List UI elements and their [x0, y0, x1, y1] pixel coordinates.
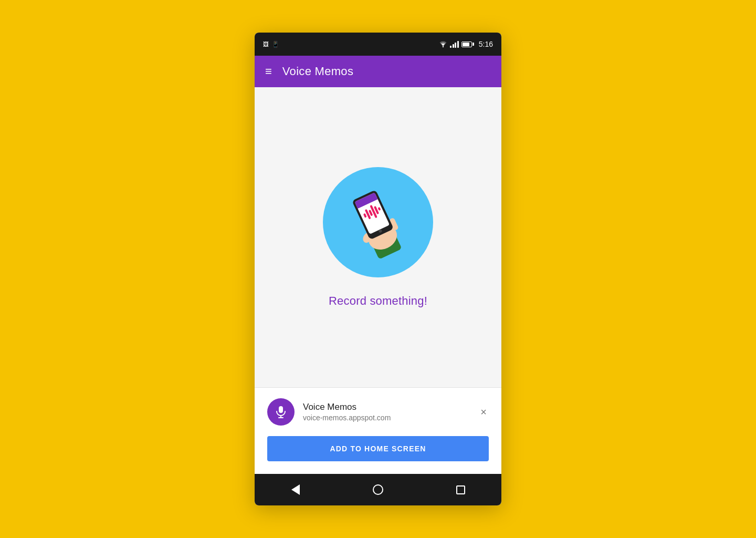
app-bar-title: Voice Memos [282, 65, 353, 78]
recents-icon [456, 485, 465, 494]
status-right-icons: 5:16 [439, 40, 493, 48]
svg-rect-19 [279, 406, 283, 413]
wifi-icon [439, 41, 447, 47]
home-button[interactable] [364, 480, 392, 499]
navigation-bar [255, 474, 501, 505]
hand-phone-illustration [326, 170, 430, 275]
illustration-circle [323, 167, 433, 277]
svg-point-0 [443, 46, 444, 47]
back-button[interactable] [283, 480, 308, 499]
record-prompt: Record something! [329, 294, 427, 308]
phone-icon: 📱 [272, 41, 279, 48]
app-bar: ≡ Voice Memos [255, 56, 501, 87]
bottom-sheet-header: Voice Memos voice-memos.appspot.com × [267, 398, 489, 426]
battery-icon [461, 42, 474, 47]
status-time: 5:16 [479, 40, 493, 48]
home-icon [373, 484, 383, 495]
app-info: Voice Memos voice-memos.appspot.com [303, 402, 470, 422]
signal-icon [450, 40, 459, 48]
sheet-app-url: voice-memos.appspot.com [303, 413, 470, 422]
add-to-home-screen-button[interactable]: ADD TO HOME SCREEN [267, 436, 489, 461]
back-icon [291, 484, 300, 495]
recents-button[interactable] [448, 481, 474, 499]
sheet-app-name: Voice Memos [303, 402, 470, 412]
bottom-sheet: Voice Memos voice-memos.appspot.com × AD… [255, 387, 501, 474]
main-content: Record something! [255, 87, 501, 387]
status-bar: 🖼 📱 [255, 33, 501, 56]
microphone-icon [274, 405, 288, 419]
app-icon-circle [267, 398, 295, 426]
phone-frame: 🖼 📱 [255, 33, 501, 505]
close-button[interactable]: × [478, 405, 489, 419]
hamburger-menu-icon[interactable]: ≡ [265, 65, 272, 78]
image-icon: 🖼 [263, 41, 269, 47]
status-left-icons: 🖼 📱 [263, 41, 279, 48]
